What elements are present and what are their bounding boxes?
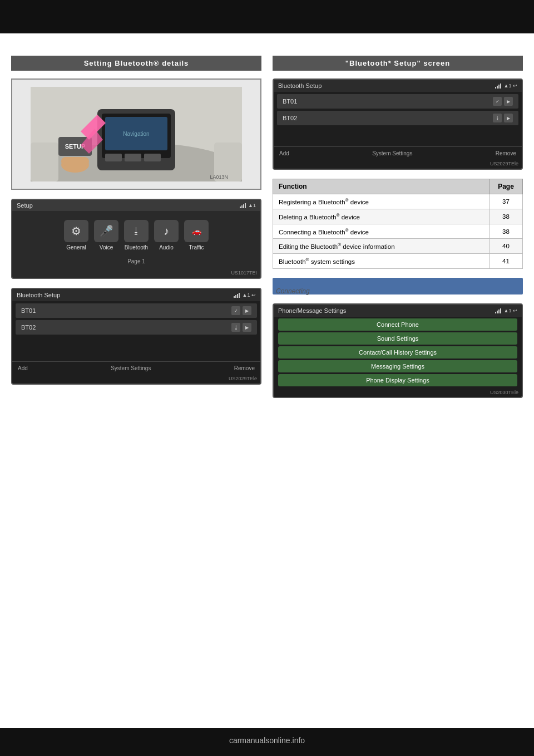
setup-icon-general: ⚙ General — [64, 220, 88, 251]
bt-remove-right: Remove — [496, 150, 516, 156]
bt-screen-id-right: US2029TEle — [274, 160, 522, 169]
bluetooth-icon-box: ⭳ — [124, 220, 149, 242]
setup-icon-bluetooth: ⭳ Bluetooth — [124, 220, 149, 251]
watermark: carmanualsonline.info — [229, 736, 305, 745]
svg-text:Navigation: Navigation — [123, 131, 149, 137]
top-bar — [0, 0, 534, 33]
phone-menu-item[interactable]: Contact/Call History Settings — [278, 346, 517, 359]
bt01-icons-right: ✓ ▶ — [493, 97, 513, 106]
page-cell: 38 — [490, 209, 523, 224]
left-column: Setting Bluetooth® details — [11, 56, 261, 398]
page-cell: 40 — [490, 239, 523, 254]
signal-bar — [240, 203, 246, 208]
audio-icon-box: ♪ — [154, 220, 179, 242]
svg-rect-7 — [125, 154, 141, 161]
function-cell: Deleting a Bluetooth® device — [273, 209, 490, 224]
phone-titlebar: Phone/Message Settings ▲1 ↩ — [274, 305, 522, 317]
general-icon-box: ⚙ — [64, 220, 88, 242]
bt-title-right: Bluetooth Setup — [278, 82, 322, 89]
voice-icon-box: 🎤 — [94, 220, 118, 242]
svg-rect-6 — [105, 154, 122, 161]
bt-bottom-bar-right: Add System Settings Remove — [274, 146, 522, 160]
function-cell: Registering a Bluetooth® device — [273, 194, 490, 209]
phone-screen-id: US2030TEle — [274, 388, 522, 397]
bt-title-left: Bluetooth Setup — [17, 292, 60, 298]
bt01-check-icon-right: ✓ — [493, 97, 502, 106]
svg-rect-15 — [31, 143, 58, 181]
table-row: Connecting a Bluetooth® device38 — [273, 224, 523, 239]
bt-add-left: Add — [18, 365, 28, 371]
bt-device-bt02-right: BT02 ⭳ ▶ — [277, 111, 518, 125]
bt01-check-icon-left: ✓ — [231, 306, 240, 315]
setup-signal-text: ▲1 — [248, 203, 256, 208]
setup-screen-title: Setup — [17, 202, 33, 209]
bt02-icons-left: ⭳ ▶ — [231, 323, 251, 332]
table-row: Registering a Bluetooth® device37 — [273, 194, 523, 209]
page-cell: 38 — [490, 224, 523, 239]
connecting-label: Connecting — [276, 287, 310, 295]
setup-icon-audio: ♪ Audio — [154, 220, 179, 251]
phone-menu-item[interactable]: Sound Settings — [278, 332, 517, 345]
phone-menu-item[interactable]: Phone Display Settings — [278, 374, 517, 386]
setup-screen-mock: Setup ▲1 ⚙ General — [11, 199, 261, 279]
bt-system-settings-left: System Settings — [111, 365, 151, 371]
setup-icon-traffic: 🚗 Traffic — [184, 220, 209, 251]
bt-remove-left: Remove — [234, 365, 255, 371]
traffic-label: Traffic — [189, 244, 204, 251]
function-cell: Bluetooth® system settings — [273, 254, 490, 269]
bt-add-right: Add — [279, 150, 289, 156]
bt01-arrow-icon-right: ▶ — [504, 97, 513, 106]
voice-label: Voice — [100, 244, 113, 251]
audio-label: Audio — [159, 244, 174, 251]
sb3 — [243, 204, 244, 208]
right-column: "Bluetooth* Setup" screen Bluetooth Setu… — [273, 56, 523, 398]
setup-icons-row: ⚙ General 🎤 Voice ⭳ Bluetooth ♪ Audio — [12, 211, 260, 256]
bt02-arrow-icon-right: ▶ — [504, 114, 513, 122]
bt01-name-right: BT01 — [283, 98, 297, 105]
sb1 — [240, 207, 241, 208]
bt-titlebar-left: Bluetooth Setup ▲1 ↩ — [12, 289, 260, 301]
bt01-arrow-icon-left: ▶ — [243, 306, 251, 315]
function-cell: Editing the Bluetooth® device informatio… — [273, 239, 490, 254]
bt-signal-left: ▲1 ↩ — [234, 292, 256, 298]
bt02-name-left: BT02 — [21, 324, 36, 331]
setup-icon-voice: 🎤 Voice — [94, 220, 118, 251]
bt-spacer-left — [12, 337, 260, 359]
table-row: Editing the Bluetooth® device informatio… — [273, 239, 523, 254]
table-row: Bluetooth® system settings41 — [273, 254, 523, 269]
bt-setup-screen-right: Bluetooth Setup ▲1 ↩ BT01 ✓ — [273, 78, 523, 170]
page-cell: 37 — [490, 194, 523, 209]
setup-screen-id: US1017TEI — [12, 269, 260, 278]
bt-signal-bar-left — [234, 292, 240, 298]
col-function-header: Function — [273, 179, 490, 194]
svg-text:LA013N: LA013N — [210, 174, 228, 180]
bt-setup-screen-left: Bluetooth Setup ▲1 ↩ BT01 ✓ — [11, 288, 261, 385]
phone-signal: ▲1 ↩ — [495, 308, 517, 313]
bt02-arrow-icon-left: ▶ — [243, 323, 251, 332]
table-row: Deleting a Bluetooth® device38 — [273, 209, 523, 224]
bt02-icons-right: ⭳ ▶ — [493, 114, 513, 122]
blue-bar — [273, 278, 523, 294]
bt-device-bt01-left: BT01 ✓ ▶ — [16, 303, 257, 318]
phone-menu-item[interactable]: Connect Phone — [278, 318, 517, 331]
function-table-body: Registering a Bluetooth® device37Deletin… — [273, 194, 523, 269]
bt-bottom-bar-left: Add System Settings Remove — [12, 361, 260, 375]
sb2 — [241, 205, 243, 208]
phone-signal-bar — [495, 308, 502, 313]
bluetooth-label: Bluetooth — [125, 244, 148, 251]
setup-page-label: Page 1 — [12, 256, 260, 269]
bt-signal-bar-right — [495, 83, 502, 89]
bt02-name-right: BT02 — [283, 115, 297, 121]
bt-device-bt02-left: BT02 ⭳ ▶ — [16, 320, 257, 335]
sb4 — [245, 203, 246, 208]
phone-menu-item[interactable]: Messaging Settings — [278, 360, 517, 372]
function-cell: Connecting a Bluetooth® device — [273, 224, 490, 239]
setup-signal-icons: ▲1 — [240, 203, 256, 208]
bt-system-settings-right: System Settings — [372, 150, 412, 156]
car-image-box: Navigation SETUP — [11, 78, 261, 190]
bt-signal-right: ▲1 ↩ — [495, 83, 517, 89]
function-table: Function Page Registering a Bluetooth® d… — [273, 179, 523, 269]
svg-rect-8 — [144, 154, 161, 161]
phone-title: Phone/Message Settings — [278, 307, 346, 314]
bt02-bt-icon-left: ⭳ — [231, 323, 240, 332]
